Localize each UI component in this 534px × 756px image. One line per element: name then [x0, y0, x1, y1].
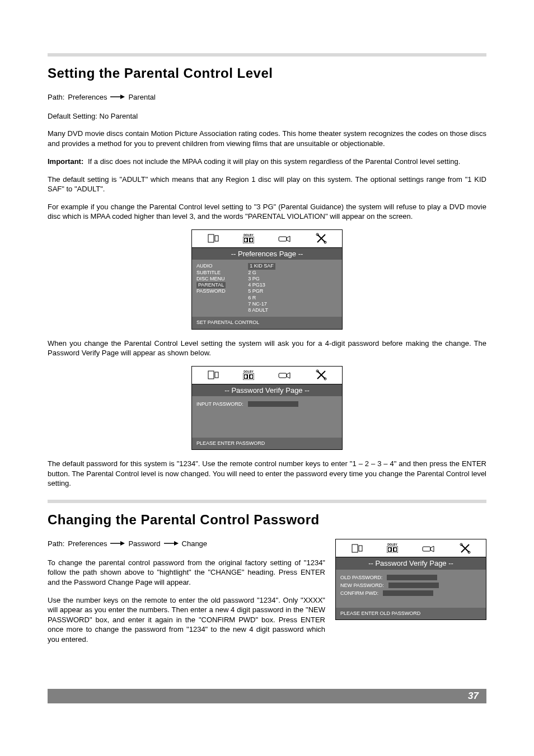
osd1-right-item: 3 PG — [248, 276, 275, 282]
svg-marker-23 — [287, 373, 290, 378]
svg-point-38 — [394, 548, 396, 551]
osd1-left-col: AUDIO SUBTITLE DISC MENU PARENTAL PASSWO… — [196, 263, 226, 313]
section1-heading: Setting the Parental Control Level — [48, 64, 486, 82]
password-input-box — [388, 583, 439, 588]
page-number: 37 — [468, 690, 479, 703]
osd2-body: INPUT PASSWORD: — [192, 396, 342, 438]
section2-path: Path: Preferences Password Change — [48, 539, 325, 549]
section1-para1: Many DVD movie discs contain Motion Pict… — [48, 129, 486, 148]
svg-rect-2 — [208, 234, 214, 242]
osd-icon-bar: DOLBY — [192, 367, 342, 384]
osd1-right-item: 6 R — [248, 295, 275, 301]
old-password-label: OLD PASSWORD: — [340, 574, 382, 581]
svg-point-7 — [245, 238, 247, 242]
osd1-right-item-selected: 1 KID SAF — [248, 263, 275, 269]
osd2-footer: PLEASE ENTER PASSWORD — [192, 438, 342, 449]
path-seg-change: Change — [182, 539, 208, 549]
svg-point-21 — [250, 375, 252, 378]
video-icon — [278, 370, 292, 379]
svg-rect-39 — [423, 547, 430, 551]
section1-para2: The default setting is "ADULT" which mea… — [48, 175, 486, 194]
section-divider — [48, 53, 486, 57]
input-password-label: INPUT PASSWORD: — [196, 401, 243, 407]
password-input-box — [248, 401, 298, 407]
osd3-footer: PLEASE ENTER OLD PASSWORD — [336, 608, 486, 619]
svg-rect-32 — [352, 544, 358, 552]
osd1-right-item: 7 NC-17 — [248, 301, 275, 307]
osd1-right-col: 1 KID SAF 2 G 3 PG 4 PG13 5 PGR 6 R 7 NC… — [248, 263, 275, 313]
svg-point-20 — [245, 375, 247, 378]
osd-icon-bar: DOLBY — [192, 230, 342, 248]
path-seg-password: Password — [128, 539, 160, 549]
path-seg-preferences: Preferences — [68, 539, 107, 549]
speaker-icon — [207, 233, 219, 243]
osd1-footer: SET PARENTAL CONTROL — [192, 317, 342, 328]
default-setting: Default Setting: No Parental — [48, 111, 486, 121]
tools-icon — [316, 369, 327, 381]
section1-path: Path: Preferences Parental — [48, 92, 486, 102]
section1-para5: The default password for this system is … — [48, 459, 486, 489]
osd1-right-item: 4 PG13 — [248, 282, 275, 288]
dolby-icon: DOLBY — [243, 370, 254, 380]
new-password-label: NEW PASSWORD: — [340, 582, 384, 589]
osd1-body: AUDIO SUBTITLE DISC MENU PARENTAL PASSWO… — [192, 260, 342, 317]
osd-icon-bar: DOLBY — [336, 539, 486, 557]
important-text: If a disc does not include the MPAA codi… — [88, 157, 486, 167]
path-seg-preferences: Preferences — [68, 92, 107, 102]
tools-icon — [316, 233, 327, 244]
osd2-title: -- Password Verify Page -- — [192, 384, 342, 397]
osd1-left-item: AUDIO — [196, 263, 226, 269]
osd-password-change: DOLBY -- Password Verify Page -- OLD PAS… — [335, 539, 486, 620]
svg-rect-9 — [279, 237, 287, 241]
osd-preferences-page: DOLBY -- Preferences Page -- AUDIO SUBTI… — [191, 229, 343, 330]
section2-para1: To change the parental control password … — [48, 558, 325, 588]
path-label: Path: — [48, 92, 64, 102]
osd1-right-item: 2 G — [248, 270, 275, 276]
confirm-password-label: CONFIRM PWD: — [340, 590, 378, 597]
video-icon — [278, 234, 292, 243]
osd1-right-item: 8 ADULT — [248, 307, 275, 313]
section-divider — [48, 500, 486, 503]
osd3-body: OLD PASSWORD: NEW PASSWORD: CONFIRM PWD: — [336, 570, 486, 608]
osd3-title: -- Password Verify Page -- — [336, 557, 486, 570]
important-label: Important: — [48, 157, 83, 166]
osd1-left-item: PASSWORD — [196, 288, 226, 294]
path-seg-parental: Parental — [128, 92, 155, 102]
svg-point-37 — [388, 548, 391, 551]
svg-marker-10 — [287, 236, 290, 242]
arrow-right-icon — [110, 92, 125, 102]
speaker-icon — [351, 543, 363, 553]
password-input-box — [387, 575, 437, 580]
svg-marker-29 — [120, 541, 125, 546]
speaker-icon — [207, 370, 219, 380]
tools-icon — [460, 543, 471, 554]
section1-para4: When you change the Parental Control Lev… — [48, 339, 486, 358]
osd1-left-item-selected: PARENTAL — [196, 282, 226, 288]
arrow-right-icon — [164, 539, 179, 549]
svg-point-8 — [250, 238, 252, 242]
svg-rect-33 — [359, 546, 362, 551]
osd1-left-item: DISC MENU — [196, 276, 226, 282]
section2-heading: Changing the Parental Control Password — [48, 511, 486, 529]
section1-para3: For example if you change the Parental C… — [48, 202, 486, 222]
osd1-right-item: 5 PGR — [248, 288, 275, 294]
svg-rect-3 — [215, 236, 218, 241]
password-input-box — [383, 590, 433, 596]
svg-marker-1 — [120, 95, 125, 99]
osd1-left-item: SUBTITLE — [196, 270, 226, 276]
svg-marker-31 — [174, 541, 179, 546]
page-footer: 37 — [48, 689, 486, 703]
path-label: Path: — [48, 539, 64, 549]
osd-password-verify: DOLBY -- Password Verify Page -- INPUT P… — [191, 366, 343, 450]
section2-para2: Use the number keys on the remote to ent… — [48, 595, 325, 645]
arrow-right-icon — [110, 539, 125, 549]
svg-rect-16 — [215, 372, 218, 378]
important-note: Important: If a disc does not include th… — [48, 157, 486, 167]
dolby-icon: DOLBY — [387, 543, 398, 553]
svg-rect-15 — [208, 371, 214, 379]
dolby-icon: DOLBY — [243, 234, 254, 243]
osd1-title: -- Preferences Page -- — [192, 248, 342, 260]
video-icon — [421, 544, 436, 553]
svg-marker-40 — [430, 546, 434, 552]
svg-rect-22 — [279, 373, 287, 378]
